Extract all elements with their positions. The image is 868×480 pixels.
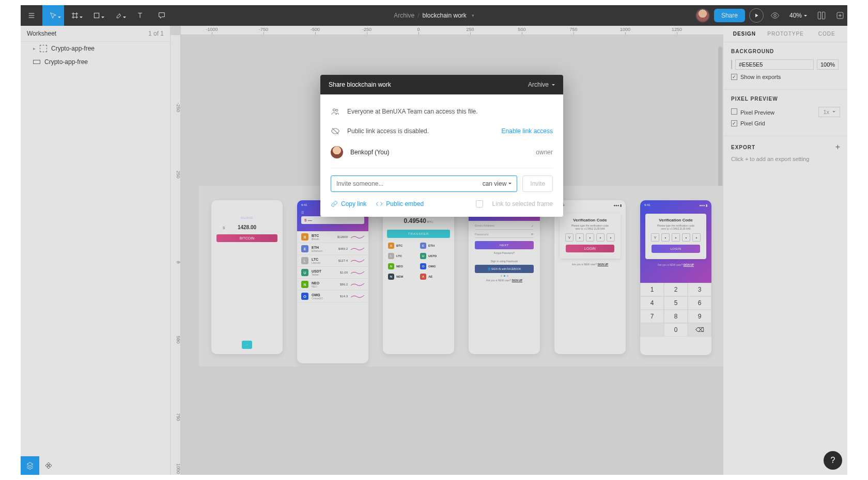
pixel-preview-section: PIXEL PREVIEW Pixel Preview 1x Pixel Gri… — [724, 90, 847, 136]
export-section: EXPORT + Click + to add an export settin… — [724, 136, 847, 168]
add-button[interactable] — [833, 8, 847, 23]
coin-row[interactable]: L LTCLitecoin $127.4 — [297, 255, 368, 267]
toolbar-right-group: Share 40% — [691, 8, 847, 23]
modal-header: Share blockchain work Archive — [320, 75, 563, 94]
zoom-dropdown[interactable]: 40% — [786, 12, 810, 19]
phone-verify-keypad[interactable]: 9:41●●● ▮ Verification Code Please type … — [640, 200, 711, 355]
coin-chip[interactable]: B BTC — [387, 241, 418, 250]
phone-wallet[interactable]: 9:41●●● ▮ wallet BALANCE 1428.00 BITCOIN… — [211, 200, 283, 354]
inspector-tabs: DESIGN PROTOTYPE CODE — [724, 26, 847, 42]
frame-tool[interactable] — [64, 5, 86, 26]
permission-dropdown[interactable]: can view — [483, 180, 512, 187]
coin-chip[interactable]: N NEO — [387, 262, 418, 271]
svg-rect-0 — [94, 13, 99, 18]
tab-code[interactable]: CODE — [806, 26, 847, 42]
coin-row[interactable]: O OMGOmiseGO $14.3 — [297, 291, 368, 302]
layer-item[interactable]: ▸ Crypto-app-free — [21, 42, 170, 55]
components-tab-button[interactable] — [39, 456, 58, 475]
shape-tool[interactable] — [86, 5, 107, 26]
view-settings-button[interactable] — [768, 8, 782, 23]
team-access-row: Everyone at BenUXA Team can access this … — [331, 102, 553, 121]
user-avatar[interactable] — [695, 8, 710, 23]
coin-chip[interactable]: O OMG — [419, 262, 450, 271]
phone-coinlist[interactable]: 9:41●●● ▮ ☰ $ — B BTCBitcoin $12600 E ET… — [297, 200, 368, 363]
pixel-grid-checkbox[interactable] — [731, 120, 737, 126]
text-tool[interactable] — [129, 5, 151, 26]
show-exports-checkbox[interactable] — [731, 74, 737, 80]
phone-signin[interactable]: 9:41●●● ▮ Email Address✓ Password👁 NEXT … — [469, 200, 540, 354]
coin-row[interactable]: U USDTTether $1.00 — [297, 267, 368, 279]
breadcrumb[interactable]: Archive / blockchain work ▾ — [394, 12, 474, 19]
pixel-preview-scale[interactable]: 1x — [818, 107, 840, 117]
svg-point-4 — [333, 109, 336, 111]
invite-input[interactable] — [336, 180, 483, 187]
owner-name: Benkopf (You) — [350, 149, 529, 156]
coin-chip[interactable]: N NEM — [387, 272, 418, 281]
enable-link-button[interactable]: Enable link access — [502, 127, 553, 135]
team-icon — [331, 107, 340, 116]
menu-button[interactable] — [21, 5, 42, 26]
user-avatar-small — [331, 146, 343, 158]
link-disabled-icon — [331, 126, 340, 136]
pixel-grid-label: Pixel Grid — [740, 120, 765, 126]
layers-panel: Worksheet 1 of 1 ▸ Crypto-app-free Crypt… — [21, 26, 171, 475]
move-tool[interactable] — [42, 5, 64, 26]
breadcrumb-folder[interactable]: Archive — [394, 12, 414, 19]
bg-color-swatch[interactable] — [731, 60, 732, 69]
library-button[interactable] — [814, 8, 829, 23]
link-access-text: Public link access is disabled. — [347, 127, 494, 135]
coin-chip[interactable]: L LTC — [387, 251, 418, 261]
coin-chip[interactable]: U USTD — [419, 251, 450, 261]
coin-row[interactable]: B BTCBitcoin $12600 — [297, 231, 368, 243]
coin-row[interactable]: E ETHEthereum $489.2 — [297, 243, 368, 255]
present-button[interactable] — [749, 8, 764, 23]
coin-row[interactable]: N NEONEO $86.2 — [297, 279, 368, 291]
ruler-horizontal: -1000 -750 -500 -250 0 250 500 750 1000 … — [181, 26, 723, 35]
invite-row: can view Invite — [331, 175, 553, 192]
help-button[interactable]: ? — [824, 451, 842, 470]
chevron-down-icon[interactable]: ▾ — [472, 13, 474, 18]
layer-label: Crypto-app-free — [44, 58, 88, 66]
frame-icon — [40, 45, 47, 52]
comment-tool[interactable] — [151, 5, 173, 26]
worksheet-label: Worksheet — [27, 30, 56, 37]
link-access-row: Public link access is disabled. Enable l… — [331, 121, 553, 141]
share-modal: Share blockchain work Archive Everyone a… — [320, 75, 563, 217]
breadcrumb-file[interactable]: blockchain work — [422, 12, 466, 19]
ruler-vertical: -250 0 250 500 750 1000 — [171, 35, 181, 475]
invite-input-wrapper[interactable]: can view — [331, 175, 517, 192]
pixel-preview-checkbox[interactable] — [731, 108, 737, 115]
pixel-preview-label: Pixel Preview — [740, 109, 774, 116]
layers-tab-button[interactable] — [21, 456, 39, 475]
layers-footer — [21, 456, 170, 475]
section-title: EXPORT — [731, 145, 755, 150]
phone-verify-light[interactable]: 9:41●●● ▮ Verification Code Please type … — [554, 200, 626, 354]
pen-tool[interactable] — [107, 5, 129, 26]
team-access-text: Everyone at BenUXA Team can access this … — [347, 108, 553, 115]
owner-row: Benkopf (You) owner — [331, 141, 553, 164]
invite-button[interactable]: Invite — [522, 175, 553, 192]
section-title: BACKGROUND — [731, 49, 840, 54]
link-frame-checkbox[interactable] — [476, 200, 483, 207]
export-hint: Click + to add an export setting — [731, 156, 840, 162]
svg-point-5 — [336, 109, 338, 111]
tab-prototype[interactable]: PROTOTYPE — [765, 26, 807, 42]
bg-opacity-input[interactable] — [817, 59, 839, 70]
modal-actions: Copy link Public embed Link to selected … — [331, 200, 553, 207]
divider — [331, 168, 553, 168]
page-counter[interactable]: 1 of 1 — [148, 30, 164, 37]
owner-role: owner — [536, 149, 553, 156]
coin-chip[interactable]: A AE — [419, 272, 450, 281]
coin-chip[interactable]: E ETH — [419, 241, 450, 250]
public-embed-button[interactable]: Public embed — [376, 200, 424, 207]
show-exports-label: Show in exports — [740, 74, 781, 80]
layer-label: Crypto-app-free — [51, 45, 95, 52]
archive-dropdown[interactable]: Archive — [528, 81, 555, 88]
layer-item[interactable]: Crypto-app-free — [21, 55, 170, 69]
tab-design[interactable]: DESIGN — [724, 26, 765, 42]
add-export-button[interactable]: + — [835, 142, 840, 152]
phone-transfer[interactable]: 9:41●●● ▮ BTC ▾0.49540 BTC TRANSFER B BT… — [383, 200, 454, 354]
bg-hex-input[interactable] — [735, 59, 814, 70]
share-button[interactable]: Share — [714, 9, 745, 22]
copy-link-button[interactable]: Copy link — [331, 200, 366, 207]
